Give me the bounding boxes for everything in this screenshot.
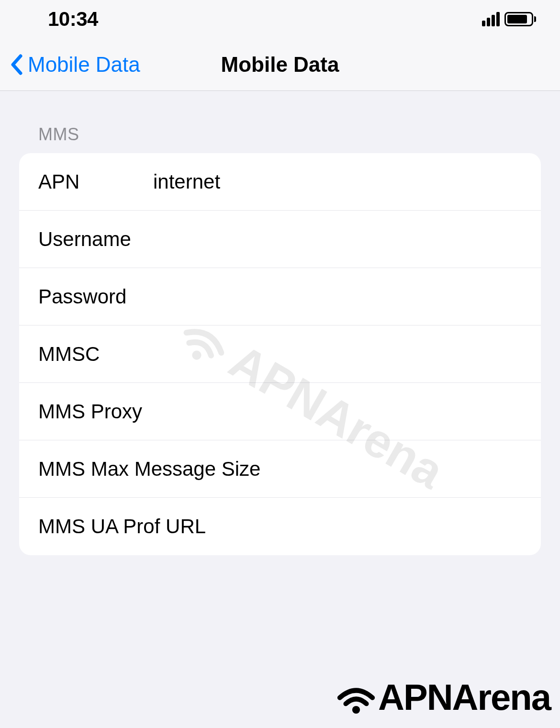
password-label: Password: [38, 285, 153, 308]
username-label: Username: [38, 228, 153, 251]
username-input[interactable]: [153, 228, 522, 251]
status-time: 10:34: [48, 8, 98, 31]
mms-proxy-label: MMS Proxy: [38, 400, 142, 423]
wifi-icon: [335, 675, 378, 718]
section-header-mms: MMS: [19, 124, 541, 153]
logo-text: APNArena: [378, 676, 550, 718]
mms-proxy-input[interactable]: [142, 400, 522, 423]
apn-input[interactable]: [153, 170, 522, 193]
content-area: MMS APN Username Password MMSC MMS Proxy: [0, 91, 560, 555]
username-row[interactable]: Username: [19, 211, 541, 268]
mms-settings-group: APN Username Password MMSC MMS Proxy MMS…: [19, 153, 541, 555]
mmsc-label: MMSC: [38, 343, 153, 366]
mms-ua-prof-label: MMS UA Prof URL: [38, 515, 206, 538]
mms-max-size-row[interactable]: MMS Max Message Size: [19, 440, 541, 498]
apn-label: APN: [38, 170, 153, 193]
chevron-left-icon: [10, 53, 24, 77]
battery-icon: [504, 12, 536, 26]
cellular-signal-icon: [482, 12, 500, 26]
back-button[interactable]: Mobile Data: [10, 53, 140, 77]
mms-max-size-label: MMS Max Message Size: [38, 458, 260, 481]
back-label: Mobile Data: [28, 53, 140, 77]
mmsc-input[interactable]: [153, 343, 522, 366]
password-row[interactable]: Password: [19, 268, 541, 325]
svg-point-1: [352, 706, 360, 714]
page-title: Mobile Data: [221, 53, 339, 77]
apnarena-logo: APNArena: [335, 675, 550, 718]
apn-row[interactable]: APN: [19, 153, 541, 211]
password-input[interactable]: [153, 285, 522, 308]
status-bar: 10:34: [0, 0, 560, 38]
mms-max-size-input[interactable]: [260, 458, 522, 481]
mms-ua-prof-row[interactable]: MMS UA Prof URL: [19, 498, 541, 555]
mms-ua-prof-input[interactable]: [206, 515, 522, 538]
mmsc-row[interactable]: MMSC: [19, 325, 541, 383]
mms-proxy-row[interactable]: MMS Proxy: [19, 383, 541, 440]
status-indicators: [482, 12, 536, 26]
navigation-bar: Mobile Data Mobile Data: [0, 38, 560, 91]
